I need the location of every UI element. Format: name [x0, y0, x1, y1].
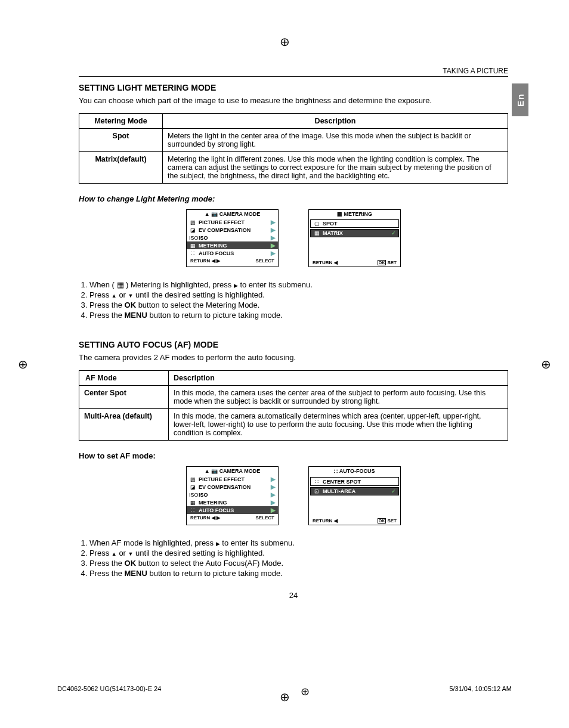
step-item: When AF mode is highlighted, press to en… [89, 538, 508, 547]
footer-return: RETURN [313, 260, 332, 265]
check-icon: ✓ [391, 230, 396, 236]
af-submenu: ⸬ AUTO-FOCUS ⸬CENTER SPOT ⊡MULTI-AREA✓ R… [308, 466, 401, 525]
submenu-footer: RETURN ◀OK SET [309, 259, 400, 267]
menu-item-label: ISO [199, 492, 208, 498]
chevron-right-icon: ▶ [271, 491, 276, 498]
af-icon: ⸬ [189, 250, 196, 256]
ok-icon: OK [378, 518, 386, 523]
row-name: Center Spot [79, 386, 169, 409]
chevron-right-icon: ▶ [271, 507, 276, 513]
matrix-icon: ▦ [313, 230, 320, 236]
table-row: Center Spot In this mode, the camera use… [79, 386, 508, 409]
metering-icon: ▦ [189, 243, 196, 249]
check-icon: ✓ [391, 488, 396, 494]
menu-item-label: PICTURE EFFECT [199, 219, 245, 225]
triangle-down-icon [128, 290, 134, 299]
menu-item: ▨PICTURE EFFECT▶ [187, 475, 278, 483]
section2-title: SETTING AUTO FOCUS (AF) MODE [79, 340, 508, 349]
menu-item: ⸬AUTO FOCUS▶ [187, 249, 278, 257]
menu-item: ▦METERING▶ [187, 498, 278, 506]
option-label: MULTI-AREA [323, 488, 355, 494]
page-number: 24 [79, 591, 508, 600]
triangle-up-icon [112, 290, 117, 299]
triangle-right-icon [234, 280, 238, 289]
menu-footer: RETURN ◀ ▶SELECT [187, 257, 278, 265]
row-desc: Metering the light in different zones. U… [163, 152, 508, 184]
menu-item-label: METERING [199, 243, 227, 249]
step-item: Press the MENU button to return to pictu… [89, 569, 508, 578]
row-desc: In this mode, the camera uses the center… [169, 386, 508, 409]
step-item: When ( ▦ ) Metering is highlighted, pres… [89, 280, 508, 289]
section1-title: SETTING LIGHT METERING MODE [79, 83, 508, 92]
option-label: CENTER SPOT [323, 479, 361, 485]
section2-intro: The camera provides 2 AF modes to perfor… [79, 353, 508, 362]
chevron-right-icon: ▶ [271, 227, 276, 233]
triangle-right-icon [216, 538, 220, 547]
submenu-title: ▦ METERING [309, 210, 400, 218]
ok-bold: OK [125, 559, 137, 568]
section1-intro: You can choose which part of the image t… [79, 96, 508, 105]
footer-set: SET [387, 518, 397, 523]
af-table: AF Mode Description Center Spot In this … [79, 370, 508, 441]
step-item: Press the MENU button to return to pictu… [89, 311, 508, 320]
section1-menus: ▲ 📷 CAMERA MODE ▨PICTURE EFFECT▶ ◪EV COM… [79, 209, 508, 267]
th-af-mode: AF Mode [79, 371, 169, 386]
th-metering-mode: Metering Mode [79, 114, 163, 129]
language-tab: En [512, 83, 528, 116]
menu-title: ▲ 📷 CAMERA MODE [187, 210, 278, 218]
submenu-footer: RETURN ◀OK SET [309, 517, 400, 525]
section2-steps: When AF mode is highlighted, press to en… [79, 538, 508, 578]
registration-mark-top: ⊕ [280, 35, 290, 49]
step-item: Press the OK button to select the Meteri… [89, 301, 508, 309]
ev-icon: ◪ [189, 484, 196, 490]
table-row: Spot Meters the light in the center area… [79, 129, 508, 152]
footer-return: RETURN [190, 515, 210, 521]
ok-bold: OK [125, 301, 137, 309]
print-footer: DC4062-5062 UG(514173-00)-E 24 ⊕ 5/31/04… [57, 685, 512, 698]
ok-icon: OK [378, 260, 386, 265]
chevron-right-icon: ▶ [271, 242, 276, 249]
menu-item-label: AUTO FOCUS [199, 507, 234, 513]
menu-item: ISOISO▶ [187, 234, 278, 241]
ev-icon: ◪ [189, 227, 196, 233]
camera-mode-menu-2: ▲ 📷 CAMERA MODE ▨PICTURE EFFECT▶ ◪EV COM… [186, 466, 279, 525]
registration-mark-left: ⊕ [18, 357, 28, 371]
menu-bold: MENU [125, 569, 147, 578]
section1-howto: How to change Light Metering mode: [79, 194, 508, 203]
metering-icon: ▦ [189, 500, 196, 506]
footer-left: DC4062-5062 UG(514173-00)-E 24 [57, 685, 161, 698]
menu-item: ◪EV COMPENSATION▶ [187, 483, 278, 491]
row-name: Multi-Area (default) [79, 409, 169, 441]
metering-table: Metering Mode Description Spot Meters th… [79, 113, 508, 184]
camera-mode-menu: ▲ 📷 CAMERA MODE ▨PICTURE EFFECT▶ ◪EV COM… [186, 209, 279, 267]
submenu-title-text: AUTO-FOCUS [339, 468, 375, 474]
triangle-down-icon [128, 549, 134, 557]
menu-item: ISOISO▶ [187, 491, 278, 498]
submenu-option: ⸬CENTER SPOT [310, 477, 399, 486]
menu-item: ◪EV COMPENSATION▶ [187, 226, 278, 234]
running-head: TAKING A PICTURE [79, 67, 508, 77]
menu-title: ▲ 📷 CAMERA MODE [187, 467, 278, 475]
step-item: Press the OK button to select the Auto F… [89, 559, 508, 568]
chevron-right-icon: ▶ [271, 234, 276, 241]
footer-return: RETURN [190, 258, 210, 264]
menu-item-highlighted: ▦METERING▶ [187, 241, 278, 249]
row-desc: In this mode, the camera automatically d… [169, 409, 508, 441]
row-name: Matrix(default) [79, 152, 163, 184]
spot-icon: ▢ [313, 221, 320, 227]
menu-item-label: METERING [199, 500, 227, 506]
row-name: Spot [79, 129, 163, 152]
chevron-right-icon: ▶ [271, 499, 276, 506]
picture-effect-icon: ▨ [189, 219, 196, 225]
footer-select: SELECT [255, 258, 274, 264]
table-row: Multi-Area (default) In this mode, the c… [79, 409, 508, 441]
section2-howto: How to set AF mode: [79, 451, 508, 460]
registration-mark-footer: ⊕ [301, 685, 310, 698]
option-label: SPOT [323, 221, 338, 227]
submenu-option-highlighted: ▦MATRIX✓ [310, 229, 399, 237]
page-container: ⊕ ⊕ ⊕ ⊕ En TAKING A PICTURE SETTING LIGH… [0, 0, 569, 728]
content-area: TAKING A PICTURE SETTING LIGHT METERING … [79, 67, 508, 600]
registration-mark-right: ⊕ [541, 357, 551, 371]
submenu-option: ▢SPOT [310, 219, 399, 228]
picture-effect-icon: ▨ [189, 476, 196, 482]
